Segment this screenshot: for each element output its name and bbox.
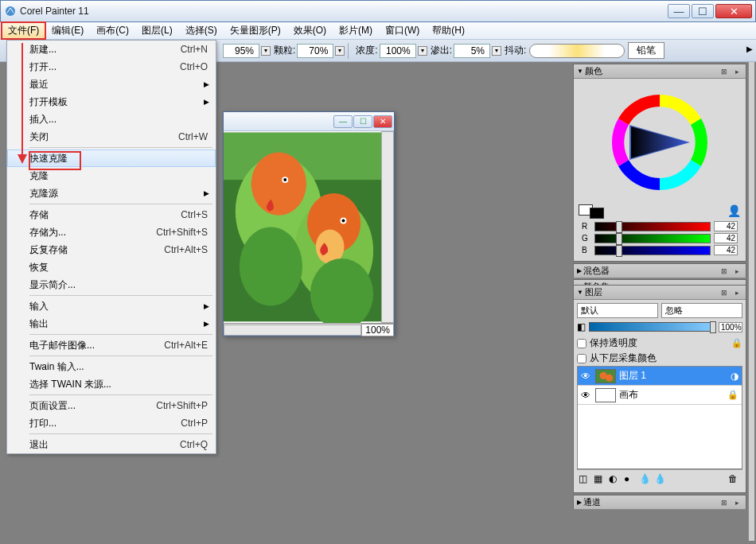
panel-menu-icon[interactable]: ▸ xyxy=(731,66,742,77)
visibility-icon[interactable]: 👁 xyxy=(581,371,592,382)
size-value[interactable]: 95% xyxy=(223,44,259,58)
file-menu-item[interactable]: 恢复 xyxy=(7,258,216,276)
new-group-icon[interactable]: ▦ xyxy=(594,473,606,486)
size-control[interactable]: 95% ▾ xyxy=(223,44,271,58)
mixer-panel-header[interactable]: ▶混色器⊠▸ xyxy=(574,264,746,278)
file-menu-item[interactable]: 反复存储Ctrl+Alt+S xyxy=(7,241,216,258)
menu-effects[interactable]: 效果(O) xyxy=(287,22,333,39)
layer-row-canvas[interactable]: 👁 画布 🔒 xyxy=(578,386,742,405)
file-menu-item[interactable]: 存储为...Ctrl+Shift+S xyxy=(7,223,216,241)
delete-layer-icon[interactable]: 🗑 xyxy=(728,473,741,486)
color-wheel[interactable] xyxy=(604,87,715,198)
document-titlebar[interactable]: — ☐ ✕ xyxy=(224,112,394,131)
color-panel-header[interactable]: ▼ 颜色 ⊠ ▸ xyxy=(574,64,746,79)
r-slider[interactable] xyxy=(594,222,711,231)
jitter-control[interactable]: 抖动: xyxy=(505,44,526,57)
file-menu-item[interactable]: 关闭Ctrl+W xyxy=(7,128,216,146)
droplet-icon[interactable]: 💧 xyxy=(639,473,652,486)
panel-menu-icon[interactable]: ▸ xyxy=(731,287,742,298)
file-menu-item[interactable]: 选择 TWAIN 来源... xyxy=(7,375,216,393)
b-value[interactable]: 42 xyxy=(714,245,738,255)
file-menu-item[interactable]: 打开...Ctrl+O xyxy=(7,58,216,76)
file-menu-item[interactable]: 输出▶ xyxy=(7,315,216,332)
clone-color-icon[interactable]: 👤 xyxy=(727,204,741,217)
doc-zoom[interactable]: 100% xyxy=(361,324,394,336)
brush-selector[interactable]: 铅笔 xyxy=(628,42,664,59)
file-menu-item[interactable]: 克隆 xyxy=(7,167,216,185)
layer-row-1[interactable]: 👁 图层 1 ◑ xyxy=(578,367,742,386)
minimize-button[interactable]: — xyxy=(668,4,690,18)
file-menu-item[interactable]: 存储Ctrl+S xyxy=(7,206,216,223)
file-menu-item[interactable]: Twain 输入... xyxy=(7,358,216,375)
menu-file[interactable]: 文件(F) xyxy=(2,22,45,39)
menu-movie[interactable]: 影片(M) xyxy=(333,22,379,39)
right-scrollbar[interactable] xyxy=(748,62,754,541)
file-menu-item[interactable]: 插入... xyxy=(7,111,216,128)
bleed-control[interactable]: 渗出: 5% ▾ xyxy=(431,44,501,58)
pickup-color-checkbox[interactable] xyxy=(577,354,586,363)
doc-vertical-scrollbar[interactable] xyxy=(381,131,394,323)
layer-opacity-slider[interactable] xyxy=(589,322,715,332)
b-slider[interactable] xyxy=(594,246,711,255)
maximize-button[interactable]: ☐ xyxy=(692,4,714,18)
file-menu-item[interactable]: 电子邮件图像...Ctrl+Alt+E xyxy=(7,336,216,354)
grain-dropdown-icon[interactable]: ▾ xyxy=(335,46,345,56)
visibility-icon[interactable]: 👁 xyxy=(581,390,592,401)
file-menu-item[interactable]: 输入▶ xyxy=(7,297,216,315)
channels-panel-header[interactable]: ▶通道⊠▸ xyxy=(574,495,746,510)
opacity-icon: ◧ xyxy=(577,321,586,332)
layer-opacity-value[interactable]: 100% xyxy=(719,322,742,332)
toolbar-more-icon[interactable]: ▶ xyxy=(746,45,753,53)
lock-icon[interactable]: 🔒 xyxy=(731,338,742,348)
menu-help[interactable]: 帮助(H) xyxy=(426,22,471,39)
file-menu-item[interactable]: 快速克隆 xyxy=(7,150,216,167)
close-button[interactable]: ✕ xyxy=(715,4,752,18)
doc-horizontal-scrollbar[interactable] xyxy=(224,324,361,336)
droplet2-icon[interactable]: 💧 xyxy=(654,473,667,486)
g-slider[interactable] xyxy=(594,234,711,243)
panel-close-icon[interactable]: ⊠ xyxy=(719,66,730,77)
g-value[interactable]: 42 xyxy=(714,233,738,243)
doc-close-button[interactable]: ✕ xyxy=(373,115,392,128)
opacity-value[interactable]: 100% xyxy=(380,44,416,58)
opacity-dropdown-icon[interactable]: ▾ xyxy=(418,46,427,56)
bleed-dropdown-icon[interactable]: ▾ xyxy=(492,46,501,56)
lock-icon[interactable]: 🔒 xyxy=(727,390,738,400)
file-menu-item[interactable]: 新建...Ctrl+N xyxy=(7,41,216,58)
collapse-icon[interactable]: ▼ xyxy=(577,68,583,75)
menu-shapes[interactable]: 矢量图形(P) xyxy=(224,22,287,39)
ignore-select[interactable]: 忽略 xyxy=(661,303,742,318)
doc-maximize-button[interactable]: ☐ xyxy=(353,115,372,128)
opacity-control[interactable]: 浓度: 100% ▾ xyxy=(356,44,427,58)
file-menu-item[interactable]: 克隆源▶ xyxy=(7,185,216,202)
menu-layer[interactable]: 图层(L) xyxy=(135,22,179,39)
file-menu-item[interactable]: 显示简介... xyxy=(7,276,216,293)
document-canvas[interactable] xyxy=(224,131,381,323)
panel-close-icon[interactable]: ⊠ xyxy=(719,287,730,298)
file-menu-item[interactable]: 打印...Ctrl+P xyxy=(7,414,216,432)
file-menu-item[interactable]: 页面设置...Ctrl+Shift+P xyxy=(7,397,216,414)
layer-fx-icon[interactable]: ● xyxy=(624,473,637,486)
layer-mask-icon[interactable]: ◑ xyxy=(731,371,738,382)
file-menu-item[interactable]: 打开模板▶ xyxy=(7,93,216,111)
brush-preview[interactable] xyxy=(529,44,625,58)
blend-mode-select[interactable]: 默认 xyxy=(577,303,658,318)
grain-value[interactable]: 70% xyxy=(297,44,333,58)
r-value[interactable]: 42 xyxy=(714,221,738,231)
menu-select[interactable]: 选择(S) xyxy=(179,22,224,39)
doc-minimize-button[interactable]: — xyxy=(333,115,353,128)
menu-window[interactable]: 窗口(W) xyxy=(379,22,426,39)
preserve-transparency-checkbox[interactable] xyxy=(577,339,586,348)
document-window[interactable]: — ☐ ✕ 100% xyxy=(223,111,395,336)
new-layer-icon[interactable]: ◫ xyxy=(579,473,591,486)
layer-mask-icon[interactable]: ◐ xyxy=(609,473,622,486)
size-dropdown-icon[interactable]: ▾ xyxy=(261,46,271,56)
file-menu-item[interactable]: 退出Ctrl+Q xyxy=(7,436,216,453)
menu-canvas[interactable]: 画布(C) xyxy=(90,22,135,39)
layers-panel-header[interactable]: ▼ 图层 ⊠ ▸ xyxy=(574,286,746,300)
file-menu-item[interactable]: 最近▶ xyxy=(7,76,216,93)
menu-edit[interactable]: 编辑(E) xyxy=(45,22,90,39)
bleed-value[interactable]: 5% xyxy=(454,44,490,58)
grain-control[interactable]: 颗粒: 70% ▾ xyxy=(274,44,345,58)
background-swatch[interactable] xyxy=(590,208,604,219)
